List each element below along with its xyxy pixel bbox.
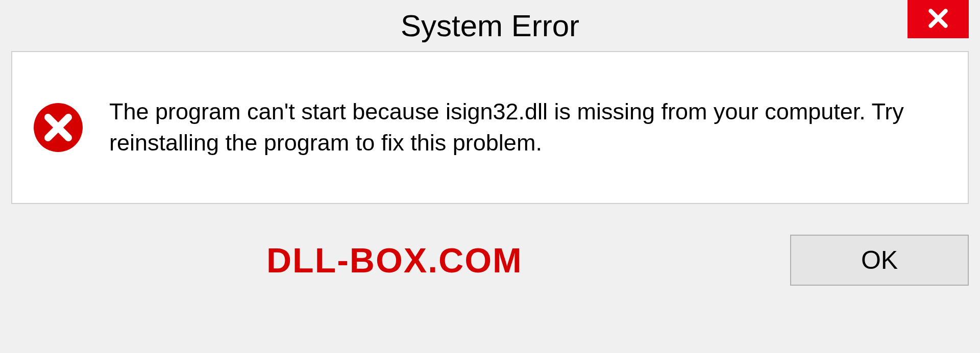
close-icon <box>925 6 951 33</box>
dialog-footer: DLL-BOX.COM OK <box>11 219 969 301</box>
ok-button-label: OK <box>861 245 898 275</box>
watermark-text: DLL-BOX.COM <box>266 240 523 280</box>
error-message: The program can't start because isign32.… <box>109 96 947 159</box>
error-icon <box>33 102 84 153</box>
close-button[interactable] <box>908 0 969 38</box>
error-dialog: System Error The program can't start bec… <box>0 0 980 353</box>
dialog-body: The program can't start because isign32.… <box>11 51 969 204</box>
ok-button[interactable]: OK <box>790 235 969 286</box>
dialog-title: System Error <box>401 8 579 43</box>
titlebar: System Error <box>0 0 980 51</box>
